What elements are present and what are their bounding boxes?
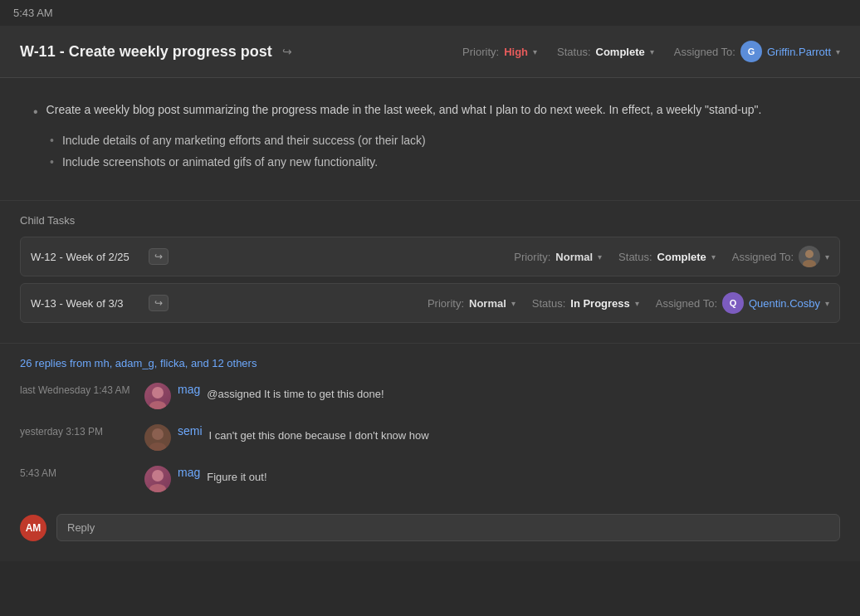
priority-value[interactable]: High: [504, 46, 528, 58]
svg-point-4: [152, 428, 164, 440]
priority-meta: Priority: High ▾: [462, 46, 537, 58]
child-task-redirect-icon[interactable]: ↪: [149, 248, 169, 265]
svg-point-3: [149, 401, 166, 409]
svg-point-0: [805, 250, 814, 258]
description-list: Create a weekly blog post summarizing th…: [33, 101, 827, 122]
child-task-row: W-12 - Week of 2/25 ↪ Priority: Normal ▾…: [20, 237, 840, 276]
desc-subitem-text: Include details of any marketing efforts…: [62, 134, 426, 147]
assigned-user-name[interactable]: Griffin.Parrott: [767, 46, 831, 58]
status-meta: Status: Complete ▾: [557, 46, 654, 58]
desc-subitem: Include screenshots or animated gifs of …: [50, 155, 827, 169]
comment-username[interactable]: mag: [178, 466, 200, 479]
avatar: G: [740, 41, 762, 62]
current-time: 5:43 AM: [13, 7, 53, 19]
child-priority-label: Priority:: [514, 251, 550, 263]
desc-subitem-text: Include screenshots or animated gifs of …: [62, 155, 378, 169]
task-meta: Priority: High ▾ Status: Complete ▾ Assi…: [462, 41, 840, 62]
comment-content: mag Figure it out!: [144, 466, 840, 492]
comment-row: last Wednesday 1:43 AM mag @assigned It …: [20, 383, 840, 409]
child-priority-arrow[interactable]: ▾: [598, 252, 602, 262]
child-task-name[interactable]: W-13 - Week of 3/3: [31, 297, 139, 310]
avatar: [144, 424, 171, 451]
svg-point-2: [152, 387, 164, 398]
comment-row: 5:43 AM mag Figure it out!: [20, 466, 840, 492]
reply-placeholder: Reply: [67, 521, 95, 534]
child-status-label: Status:: [618, 251, 652, 263]
child-priority-label: Priority:: [428, 297, 464, 310]
child-task-row: W-13 - Week of 3/3 ↪ Priority: Normal ▾ …: [20, 283, 840, 323]
child-priority-value[interactable]: Normal: [469, 297, 506, 310]
comment-time: yesterday 3:13 PM: [20, 424, 136, 438]
comment-time: last Wednesday 1:43 AM: [20, 383, 136, 396]
child-assigned-arrow[interactable]: ▾: [825, 252, 829, 262]
priority-label: Priority:: [462, 46, 499, 58]
avatar: [144, 466, 171, 492]
child-tasks-label: Child Tasks: [20, 214, 840, 227]
child-task-redirect-icon[interactable]: ↪: [149, 295, 169, 311]
child-status-value[interactable]: In Progress: [570, 297, 630, 310]
child-priority-meta: Priority: Normal ▾: [428, 297, 516, 310]
svg-point-7: [149, 484, 166, 492]
child-status-meta: Status: Complete ▾: [618, 251, 716, 263]
assigned-to-meta: Assigned To: G Griffin.Parrott ▾: [674, 41, 840, 62]
desc-item: Create a weekly blog post summarizing th…: [33, 101, 827, 122]
child-assigned-label: Assigned To:: [656, 297, 717, 310]
child-tasks-section: Child Tasks W-12 - Week of 2/25 ↪ Priori…: [0, 201, 860, 344]
child-assigned-user-name[interactable]: Quentin.Cosby: [749, 297, 820, 310]
comment-username[interactable]: semi: [178, 424, 203, 438]
reply-input[interactable]: Reply: [56, 514, 840, 541]
comment-content: semi I can't get this done because I don…: [144, 424, 840, 451]
child-status-meta: Status: In Progress ▾: [532, 297, 639, 310]
child-assigned-meta: Assigned To: ▾: [732, 246, 829, 267]
svg-point-6: [152, 470, 164, 482]
status-value[interactable]: Complete: [596, 46, 645, 58]
desc-item-text: Create a weekly blog post summarizing th…: [46, 101, 762, 119]
assigned-label: Assigned To:: [674, 46, 735, 58]
child-priority-arrow[interactable]: ▾: [511, 299, 516, 308]
child-assigned-arrow[interactable]: ▾: [825, 299, 829, 308]
task-redirect-icon[interactable]: ↪: [282, 45, 292, 58]
child-task-meta: Priority: Normal ▾ Status: In Progress ▾…: [428, 292, 829, 314]
child-status-label: Status:: [532, 297, 565, 310]
status-label: Status:: [557, 46, 590, 58]
comment-text: I can't get this done because I don't kn…: [209, 424, 429, 444]
comment-time: 5:43 AM: [20, 466, 136, 479]
reply-row: AM Reply: [20, 507, 840, 548]
child-assigned-label: Assigned To:: [732, 251, 794, 263]
child-task-meta: Priority: Normal ▾ Status: Complete ▾ As…: [514, 246, 829, 267]
desc-sublist: Include details of any marketing efforts…: [50, 134, 827, 169]
comments-section: 26 replies from mh, adam_g, flicka, and …: [0, 344, 860, 561]
child-task-name[interactable]: W-12 - Week of 2/25: [31, 251, 139, 263]
avatar: [144, 383, 171, 409]
comment-text: Figure it out!: [207, 466, 266, 486]
task-header: W-11 - Create weekly progress post ↪ Pri…: [0, 26, 860, 78]
status-dropdown-arrow[interactable]: ▾: [650, 47, 654, 56]
comment-text: @assigned It is time to get this done!: [207, 383, 384, 403]
child-status-arrow[interactable]: ▾: [635, 299, 639, 308]
description-area: Create a weekly blog post summarizing th…: [0, 78, 860, 201]
child-status-arrow[interactable]: ▾: [711, 252, 716, 262]
comment-content: mag @assigned It is time to get this don…: [144, 383, 840, 409]
child-assigned-meta: Assigned To: Q Quentin.Cosby ▾: [656, 292, 829, 314]
comment-row: yesterday 3:13 PM semi I can't get this …: [20, 424, 840, 451]
svg-point-1: [803, 260, 816, 267]
child-priority-value[interactable]: Normal: [555, 251, 593, 263]
task-title: W-11 - Create weekly progress post: [20, 43, 272, 61]
avatar: Q: [722, 292, 744, 314]
assigned-dropdown-arrow[interactable]: ▾: [836, 47, 840, 56]
replies-link[interactable]: 26 replies from mh, adam_g, flicka, and …: [20, 357, 840, 369]
current-user-avatar: AM: [20, 515, 46, 541]
priority-dropdown-arrow[interactable]: ▾: [533, 47, 537, 56]
comment-username[interactable]: mag: [178, 383, 200, 396]
desc-subitem: Include details of any marketing efforts…: [50, 134, 827, 147]
time-bar: 5:43 AM: [0, 0, 860, 26]
child-status-value[interactable]: Complete: [657, 251, 706, 263]
avatar: [799, 246, 820, 267]
svg-point-5: [149, 442, 166, 451]
child-priority-meta: Priority: Normal ▾: [514, 251, 602, 263]
